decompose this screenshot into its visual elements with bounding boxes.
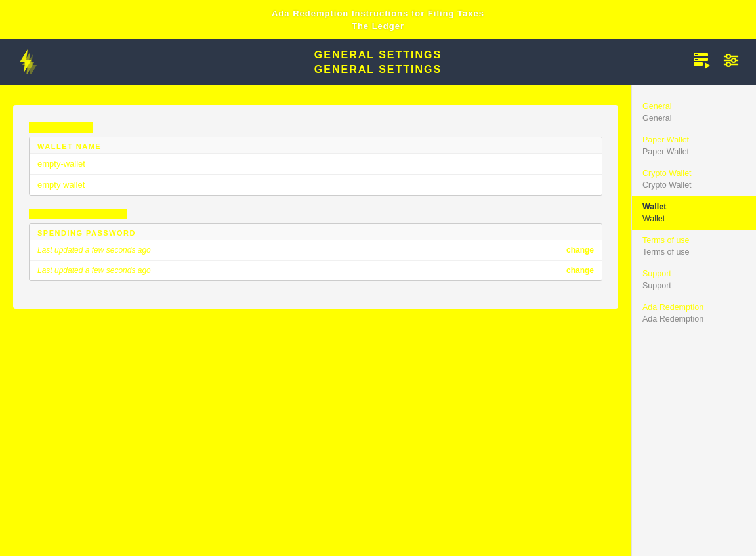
- sidebar-wallet-label-active: Wallet: [642, 202, 746, 213]
- sidebar-support-label-yellow: Support: [642, 268, 746, 280]
- header-title-1: GENERAL SETTINGS: [314, 48, 442, 62]
- header: GENERAL SETTINGS GENERAL SETTINGS: [0, 39, 756, 85]
- spending-row-2: Last updated a few seconds ago change: [30, 261, 602, 280]
- inventory-icon-button[interactable]: [689, 49, 713, 76]
- sidebar-general-label-yellow: General: [642, 101, 746, 113]
- svg-point-12: [732, 58, 736, 62]
- spending-change-1-button[interactable]: change: [566, 246, 594, 255]
- sidebar-ada-redemption-label-gray: Ada Redemption: [642, 314, 746, 326]
- top-banner: Ada Redemption Instructions for Filing T…: [0, 0, 756, 39]
- sidebar-crypto-wallet-label-gray: Crypto Wallet: [642, 180, 746, 192]
- wallet-name-input-wrapper: WALLET NAME: [29, 137, 602, 196]
- sidebar-item-general[interactable]: General General: [632, 96, 756, 129]
- spending-inner-label: SPENDING PASSWORD: [30, 224, 602, 240]
- sidebar-support-label-gray: Support: [642, 280, 746, 292]
- header-title-block: GENERAL SETTINGS GENERAL SETTINGS: [314, 48, 442, 77]
- wallet-name-inner-label: WALLET NAME: [30, 137, 602, 154]
- spending-outer-label: SPENDING PASSWORD: [29, 209, 127, 219]
- wallet-name-input-2[interactable]: [30, 174, 602, 195]
- sidebar-item-crypto-wallet[interactable]: Crypto Wallet Crypto Wallet: [632, 163, 756, 196]
- save-button[interactable]: SAVE: [13, 315, 618, 344]
- sidebar-general-label-gray: General: [642, 113, 746, 125]
- sidebar-terms-label-yellow: Terms of use: [642, 235, 746, 247]
- sidebar-item-wallet[interactable]: Wallet Wallet: [632, 196, 756, 230]
- svg-rect-7: [695, 54, 698, 55]
- svg-rect-5: [694, 62, 703, 66]
- spending-row-1: Last updated a few seconds ago change: [30, 240, 602, 261]
- spending-row-2-text: Last updated a few seconds ago: [37, 266, 151, 275]
- banner-line2: The Ledger: [352, 20, 404, 33]
- sidebar-terms-label-gray: Terms of use: [642, 247, 746, 259]
- spending-password-wrapper: SPENDING PASSWORD Last updated a few sec…: [29, 223, 602, 281]
- settings-card: WALLET NAME WALLET NAME SPENDING PASSWOR…: [13, 105, 618, 309]
- wallet-name-input[interactable]: [30, 154, 602, 174]
- sidebar-item-support[interactable]: Support Support: [632, 263, 756, 297]
- spending-row-1-text: Last updated a few seconds ago: [37, 246, 151, 255]
- header-icons: [689, 49, 743, 76]
- sidebar-crypto-wallet-label-yellow: Crypto Wallet: [642, 168, 746, 180]
- banner-line1: Ada Redemption Instructions for Filing T…: [272, 7, 484, 20]
- sidebar-wallet-label-sub: Wallet: [642, 213, 746, 225]
- wallet-name-outer-label: WALLET NAME: [29, 122, 93, 133]
- spending-change-2-button[interactable]: change: [566, 266, 594, 275]
- logo-icon: [13, 48, 39, 77]
- svg-rect-8: [695, 59, 698, 60]
- svg-point-10: [726, 54, 730, 58]
- spending-password-group: SPENDING PASSWORD SPENDING PASSWORD Last…: [29, 207, 602, 281]
- sidebar-ada-redemption-label-yellow: Ada Redemption: [642, 302, 746, 314]
- sidebar: General General Paper Wallet Paper Walle…: [631, 85, 756, 556]
- svg-marker-6: [705, 62, 710, 69]
- save-button-bar: SAVE: [13, 315, 618, 344]
- header-title-2: GENERAL SETTINGS: [314, 62, 442, 77]
- sidebar-item-terms[interactable]: Terms of use Terms of use: [632, 230, 756, 263]
- logo: [13, 48, 39, 77]
- main-layout: WALLET NAME WALLET NAME SPENDING PASSWOR…: [0, 85, 756, 556]
- settings-icon-button[interactable]: [719, 49, 743, 76]
- sidebar-item-ada-redemption[interactable]: Ada Redemption Ada Redemption: [632, 297, 756, 330]
- sidebar-item-paper-wallet[interactable]: Paper Wallet Paper Wallet: [632, 129, 756, 163]
- wallet-name-group: WALLET NAME WALLET NAME: [29, 121, 602, 196]
- content-area: WALLET NAME WALLET NAME SPENDING PASSWOR…: [0, 85, 631, 556]
- svg-point-14: [726, 62, 730, 66]
- sidebar-paper-wallet-label-yellow: Paper Wallet: [642, 135, 746, 146]
- sidebar-paper-wallet-label-gray: Paper Wallet: [642, 146, 746, 158]
